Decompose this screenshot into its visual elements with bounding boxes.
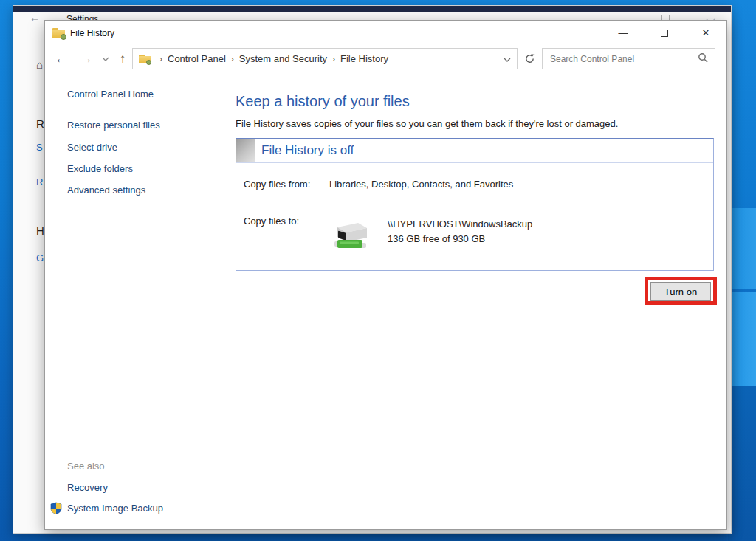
copy-from-label: Copy files from:	[244, 179, 310, 190]
forward-button[interactable]: →	[76, 45, 97, 72]
back-button[interactable]: ←	[51, 45, 72, 72]
settings-link-fragment[interactable]: G	[36, 252, 44, 263]
search-placeholder: Search Control Panel	[550, 54, 634, 64]
settings-home-icon: ⌂	[36, 58, 43, 71]
copy-to-label: Copy files to:	[244, 216, 299, 227]
page-description: File History saves copies of your files …	[236, 118, 618, 129]
backup-target-path: \\HYPERVHOST\WindowsBackup	[388, 218, 532, 230]
see-also-label: See also	[67, 461, 105, 472]
turn-on-button[interactable]: Turn on	[650, 282, 711, 301]
status-box-header: File History is off	[236, 139, 713, 163]
maximize-icon	[661, 30, 668, 37]
status-title: File History is off	[261, 143, 354, 158]
sidebar-item-advanced-settings[interactable]: Advanced settings	[67, 185, 145, 196]
sidebar-item-system-image-backup[interactable]: System Image Backup	[67, 503, 163, 514]
breadcrumb-separator: ›	[159, 54, 162, 64]
task-pane: Control Panel Home Restore personal file…	[45, 72, 236, 529]
close-button[interactable]: ✕	[685, 21, 726, 45]
settings-text-fragment: R	[36, 117, 44, 130]
sidebar-item-exclude-folders[interactable]: Exclude folders	[67, 163, 133, 174]
settings-titlebar-strip	[13, 6, 731, 12]
file-history-status-box: File History is off Copy files from: Lib…	[236, 138, 714, 271]
wallpaper-beam	[728, 208, 756, 289]
navigation-toolbar: ← → ↑ › Control Panel › System and Secur…	[45, 45, 726, 72]
breadcrumb-separator: ›	[231, 54, 234, 64]
magnifier-icon[interactable]	[698, 52, 708, 66]
breadcrumb-file-history[interactable]: File History	[340, 53, 388, 64]
status-off-icon	[236, 139, 255, 162]
sidebar-item-control-panel-home[interactable]: Control Panel Home	[67, 89, 154, 100]
titlebar: File History — ✕	[45, 21, 726, 45]
up-button[interactable]: ↑	[113, 45, 132, 72]
address-dropdown-chevron-icon[interactable]	[504, 53, 511, 64]
maximize-button[interactable]	[644, 21, 685, 45]
address-bar[interactable]: › Control Panel › System and Security › …	[132, 48, 518, 69]
settings-link-fragment[interactable]: R	[36, 176, 43, 187]
settings-back-icon[interactable]: ←	[30, 12, 40, 24]
main-content: Keep a history of your files File Histor…	[236, 72, 726, 529]
page-title: Keep a history of your files	[236, 93, 410, 110]
backup-target-free-space: 136 GB free of 930 GB	[388, 233, 485, 244]
breadcrumb-separator: ›	[332, 54, 335, 64]
wallpaper-beam	[728, 386, 756, 541]
sidebar-item-restore-personal-files[interactable]: Restore personal files	[67, 120, 160, 131]
file-history-app-icon	[52, 28, 65, 38]
sidebar-item-recovery[interactable]: Recovery	[67, 482, 108, 493]
address-folder-icon	[139, 55, 150, 63]
uac-shield-icon	[50, 502, 62, 517]
wallpaper-beam	[728, 292, 756, 386]
settings-text-fragment: H	[36, 224, 44, 237]
settings-link-fragment[interactable]: S	[36, 142, 43, 153]
recent-locations-chevron-icon[interactable]	[100, 45, 111, 72]
search-input[interactable]: Search Control Panel	[542, 48, 715, 69]
file-history-window: File History — ✕ ← → ↑ › Control Panel ›…	[44, 20, 727, 530]
copy-from-value: Libraries, Desktop, Contacts, and Favori…	[329, 179, 513, 190]
minimize-button[interactable]: —	[602, 21, 644, 45]
refresh-icon[interactable]	[521, 48, 537, 69]
breadcrumb-control-panel[interactable]: Control Panel	[168, 53, 226, 64]
network-drive-icon	[330, 217, 371, 255]
sidebar-item-select-drive[interactable]: Select drive	[67, 142, 117, 153]
window-title: File History	[70, 28, 114, 38]
breadcrumb-system-and-security[interactable]: System and Security	[239, 53, 327, 64]
